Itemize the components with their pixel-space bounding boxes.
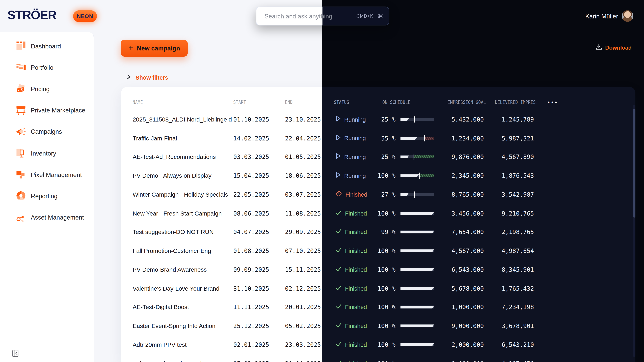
sidebar-item-label: Dashboard (31, 42, 61, 49)
delivered-impressions: 5,987,321 (480, 135, 534, 141)
new-campaign-button[interactable]: + New campaign (121, 40, 188, 57)
delivered-impressions: 4,987,654 (480, 248, 534, 254)
impression-goal: 6,543,000 (430, 266, 484, 273)
status-running-icon (336, 115, 341, 123)
start-date: 11.11.2025 (233, 304, 269, 310)
delivered-impressions: 9,210,765 (480, 210, 534, 217)
search-placeholder: Search and ask anything (264, 12, 332, 19)
table-row[interactable]: Winter Campaign - Holiday Specials 22.05… (121, 185, 635, 204)
dashboard-icon (16, 40, 26, 51)
table-row[interactable]: Traffic-Jam-Final 14.02.2025 22.04.2025 … (121, 129, 635, 148)
download-button[interactable]: Download (595, 43, 632, 52)
on-schedule-percent: 55 % (366, 135, 396, 141)
table-row[interactable]: AE-Test-Digital Boost 11.11.2025 20.01.2… (121, 298, 635, 317)
impression-goal: 5,432,000 (430, 116, 484, 123)
delivered-impressions: 4,567,890 (480, 154, 534, 160)
schedule-marker (414, 191, 415, 198)
delivered-impressions: 7,234,198 (480, 304, 534, 310)
table-row[interactable]: Cyber Monday-Sales Bash 15.03.2025 30.04… (121, 354, 635, 362)
show-filters-toggle[interactable]: Show filters (126, 74, 168, 81)
progress-bar (400, 268, 434, 271)
end-date: 11.08.2025 (285, 210, 321, 217)
search-input[interactable]: Search and ask anything CMD+K ⌘ (256, 6, 390, 25)
sidebar: Dashboard Portfolio€ Pricing Private Mar… (0, 32, 94, 362)
table-row[interactable]: Fall Promotion-Customer Eng 01.08.2025 0… (121, 241, 635, 260)
impression-goal: 8,000,000 (430, 360, 484, 362)
sidebar-item-campaigns[interactable]: Campaigns (0, 121, 94, 142)
status-label: Finished (345, 210, 367, 217)
column-header-delivered-impres-: DELIVERED IMPRES. (495, 99, 538, 105)
start-date: 14.02.2025 (233, 135, 269, 141)
sidebar-item-private-marketplace[interactable]: Private Marketplace (0, 99, 94, 121)
sidebar-item-reporting[interactable]: Reporting (0, 185, 94, 206)
stroeer-logo: STRÖER (8, 8, 56, 22)
end-date: 29.09.2025 (285, 229, 321, 235)
scrollbar-thumb[interactable] (633, 109, 635, 218)
table-row[interactable]: Test suggestion-DO NOT RUN 04.07.2025 29… (121, 223, 635, 242)
progress-bar (400, 118, 434, 121)
campaign-name: Fall Promotion-Customer Eng (133, 248, 232, 254)
status-label: Finished (345, 248, 367, 254)
progress-bar (400, 231, 434, 233)
collapse-sidebar-icon[interactable] (12, 350, 20, 357)
status-finished-icon (336, 341, 342, 349)
column-options-menu[interactable]: ••• (547, 99, 558, 106)
impression-goal: 3,456,000 (430, 210, 484, 217)
impression-goal: 9,000,000 (430, 323, 484, 329)
end-date: 07.10.2025 (285, 248, 321, 254)
progress-bar (400, 193, 434, 196)
sidebar-item-inventory[interactable]: Inventory (0, 142, 94, 164)
table-row[interactable]: Easter Event-Spring Into Action 25.12.20… (121, 317, 635, 335)
table-row[interactable]: AE-Test-Ad_Recommendations 03.03.2025 01… (121, 147, 635, 166)
start-date: 02.01.2025 (233, 341, 269, 348)
status-badge: Running (336, 134, 366, 142)
on-schedule-percent: 100 % (366, 266, 396, 273)
table-row[interactable]: PV Demo-Brand Awareness 09.09.2025 15.11… (121, 260, 635, 279)
sidebar-item-pixel-management[interactable]: Pixel Management (0, 164, 94, 185)
schedule-marker (419, 173, 420, 179)
campaign-name: AE-Test-Digital Boost (133, 304, 232, 310)
end-date: 20.01.2025 (285, 304, 321, 310)
end-date: 02.12.2025 (285, 285, 321, 292)
schedule-marker (414, 116, 415, 122)
neon-badge: NEON (73, 10, 97, 22)
sidebar-item-portfolio[interactable]: Portfolio (0, 57, 94, 78)
table-row[interactable]: New Year - Fresh Start Campaign 08.06.20… (121, 204, 635, 223)
sidebar-item-dashboard[interactable]: Dashboard (0, 35, 94, 57)
sidebar-item-pricing[interactable]: € Pricing (0, 78, 94, 99)
impression-goal: 5,678,000 (430, 285, 484, 292)
command-icon: ⌘ (378, 13, 383, 19)
chevron-right-icon (126, 74, 131, 81)
campaigns-icon (16, 126, 26, 137)
impression-goal: 2,000,000 (430, 341, 484, 348)
status-label: Finished (345, 229, 367, 235)
pixel-management-icon (16, 169, 26, 180)
sidebar-item-label: Asset Management (31, 214, 84, 221)
new-campaign-label: New campaign (137, 45, 180, 52)
status-label: Running (344, 154, 366, 160)
start-date: 31.10.2025 (233, 285, 269, 292)
on-schedule-percent: 100 % (366, 323, 396, 329)
start-date: 15.03.2025 (233, 360, 269, 362)
avatar[interactable] (622, 10, 634, 22)
end-date: 15.11.2025 (285, 266, 321, 273)
table-row[interactable]: 2025_311508_ALDI Nord_Lieblinge d... 01.… (121, 110, 635, 129)
table-row[interactable]: Valentine's Day-Love Your Brand 31.10.20… (121, 279, 635, 298)
delivered-impressions: 3,678,901 (480, 323, 534, 329)
progress-bar (400, 137, 434, 140)
impression-goal: 7,654,000 (430, 229, 484, 235)
sidebar-item-asset-management[interactable]: Asset Management (0, 207, 94, 228)
status-badge: Running (336, 153, 366, 161)
table-row[interactable]: PV Demo - Always on Display 15.04.2025 1… (121, 166, 635, 185)
table-row[interactable]: Adtr 20mm PPV test 02.01.2025 23.03.2025… (121, 335, 635, 354)
status-running-icon (336, 134, 341, 142)
start-date: 22.05.2025 (233, 191, 269, 198)
status-badge: Finished (336, 266, 367, 273)
delivered-impressions: 6,543,210 (480, 341, 534, 348)
sidebar-item-label: Reporting (31, 192, 58, 199)
status-badge: Finished (336, 228, 367, 236)
delivered-impressions: 3,542,987 (480, 191, 534, 198)
impression-goal: 8,765,000 (430, 191, 484, 198)
status-finished-icon (336, 247, 342, 255)
on-schedule-percent: 25 % (366, 154, 396, 160)
